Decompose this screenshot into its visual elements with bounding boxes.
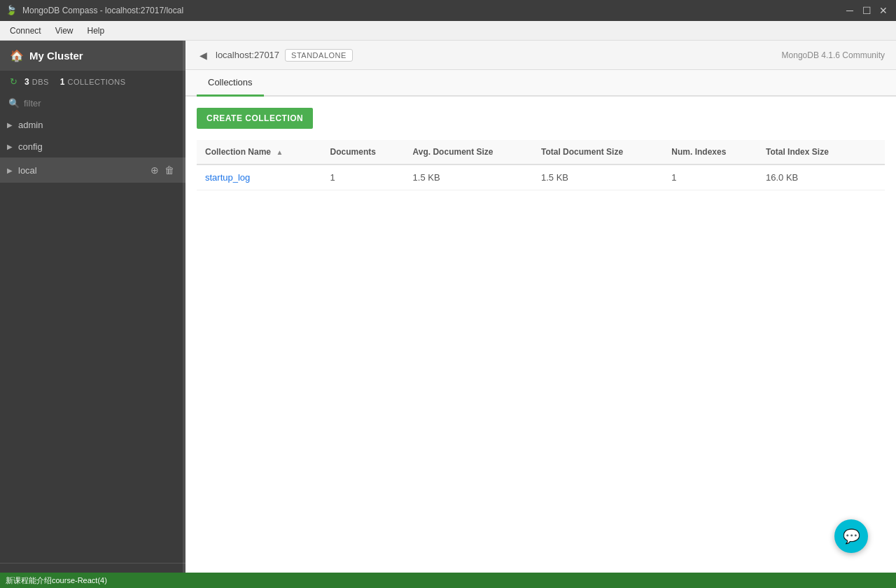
home-icon: 🏠 — [10, 49, 24, 62]
tab-collections[interactable]: Collections — [197, 70, 264, 97]
col-label-collection-name: Collection Name — [205, 147, 271, 157]
sidebar-item-local[interactable]: ▶ local ⊕ 🗑 — [0, 158, 186, 183]
breadcrumb-area: ◀ localhost:27017 STANDALONE — [197, 48, 353, 62]
cell-avg-doc-size: 1.5 KB — [405, 164, 533, 190]
server-host: localhost:27017 — [216, 50, 279, 60]
bottom-text: 新课程能介绍course-React(4) — [6, 575, 107, 586]
filter-input[interactable] — [24, 98, 177, 108]
menu-view[interactable]: View — [48, 23, 80, 38]
main-content: ◀ localhost:27017 STANDALONE MongoDB 4.1… — [186, 41, 896, 588]
add-collection-button[interactable]: ⊕ — [149, 163, 160, 177]
chevron-icon: ▶ — [7, 143, 13, 150]
dbs-label: DBS — [32, 78, 49, 86]
standalone-badge: STANDALONE — [285, 49, 353, 62]
app-icon: 🍃 — [6, 5, 17, 16]
filter-row: 🔍 — [0, 92, 186, 114]
db-stats-row: ↻ 3 DBS 1 COLLECTIONS — [0, 71, 186, 92]
refresh-icon[interactable]: ↻ — [10, 76, 18, 87]
col-total-doc-size[interactable]: Total Document Size — [533, 140, 663, 164]
menu-connect[interactable]: Connect — [3, 23, 48, 38]
cell-documents: 1 — [322, 164, 405, 190]
cell-delete-action: 🗑 — [862, 164, 885, 190]
col-total-index-size[interactable]: Total Index Size — [757, 140, 862, 164]
sort-icon: ▲ — [276, 148, 283, 156]
app-layout: 🏠 My Cluster ↻ 3 DBS 1 COLLECTIONS 🔍 ▶ a… — [0, 41, 896, 588]
tabs: Collections — [186, 70, 896, 97]
database-list: ▶ admin ▶ config ▶ local ⊕ 🗑 — [0, 114, 186, 563]
chevron-icon: ▶ — [7, 167, 13, 174]
dbs-count: 3 — [24, 77, 29, 87]
col-actions — [862, 140, 885, 164]
sidebar-resize-handle[interactable] — [183, 41, 186, 588]
cluster-name: My Cluster — [29, 50, 83, 62]
cell-total-index-size: 16.0 KB — [757, 164, 862, 190]
window-controls: ─ ☐ ✕ — [843, 4, 890, 18]
collapse-sidebar-button[interactable]: ◀ — [197, 48, 210, 62]
collections-content: CREATE COLLECTION Collection Name ▲ Docu… — [186, 97, 896, 588]
close-button[interactable]: ✕ — [876, 4, 890, 18]
cluster-header[interactable]: 🏠 My Cluster — [0, 41, 186, 71]
table-row: startup_log 1 1.5 KB 1.5 KB 1 16.0 KB 🗑 — [197, 164, 885, 190]
db-name-local: local — [18, 165, 145, 176]
cell-num-indexes: 1 — [663, 164, 757, 190]
collections-area: Collections CREATE COLLECTION Collection… — [186, 70, 896, 588]
chevron-icon: ▶ — [7, 121, 13, 129]
table-header: Collection Name ▲ Documents Avg. Documen… — [197, 140, 885, 164]
col-documents[interactable]: Documents — [322, 140, 405, 164]
col-num-indexes[interactable]: Num. Indexes — [663, 140, 757, 164]
header-row: Collection Name ▲ Documents Avg. Documen… — [197, 140, 885, 164]
maximize-button[interactable]: ☐ — [860, 4, 874, 18]
collections-label: COLLECTIONS — [68, 78, 126, 86]
sidebar: 🏠 My Cluster ↻ 3 DBS 1 COLLECTIONS 🔍 ▶ a… — [0, 41, 186, 588]
sidebar-item-config[interactable]: ▶ config — [0, 136, 186, 158]
collections-count: 1 — [60, 77, 65, 87]
menu-help[interactable]: Help — [80, 23, 112, 38]
minimize-button[interactable]: ─ — [843, 4, 857, 18]
title-bar-left: 🍃 MongoDB Compass - localhost:27017/loca… — [6, 5, 183, 16]
sidebar-item-admin[interactable]: ▶ admin — [0, 114, 186, 136]
window-title: MongoDB Compass - localhost:27017/local — [22, 6, 183, 15]
title-bar: 🍃 MongoDB Compass - localhost:27017/loca… — [0, 0, 896, 21]
menu-bar: Connect View Help — [0, 21, 896, 41]
db-name-config: config — [18, 141, 176, 152]
delete-database-button[interactable]: 🗑 — [163, 163, 176, 177]
col-collection-name[interactable]: Collection Name ▲ — [197, 140, 322, 164]
chat-button[interactable]: 💬 — [834, 519, 868, 553]
collection-link-startup-log[interactable]: startup_log — [205, 172, 250, 183]
db-actions: ⊕ 🗑 — [149, 163, 176, 177]
col-avg-doc-size[interactable]: Avg. Document Size — [405, 140, 533, 164]
cell-collection-name: startup_log — [197, 164, 322, 190]
db-name-admin: admin — [18, 120, 176, 130]
top-bar: ◀ localhost:27017 STANDALONE MongoDB 4.1… — [186, 41, 896, 70]
server-version: MongoDB 4.1.6 Community — [782, 50, 885, 60]
create-collection-button[interactable]: CREATE COLLECTION — [197, 108, 313, 129]
search-icon: 🔍 — [8, 98, 20, 108]
collections-table: Collection Name ▲ Documents Avg. Documen… — [197, 140, 885, 190]
cell-total-doc-size: 1.5 KB — [533, 164, 663, 190]
table-body: startup_log 1 1.5 KB 1.5 KB 1 16.0 KB 🗑 — [197, 164, 885, 190]
bottom-bar: 新课程能介绍course-React(4) — [0, 573, 896, 588]
chat-icon: 💬 — [843, 528, 860, 545]
